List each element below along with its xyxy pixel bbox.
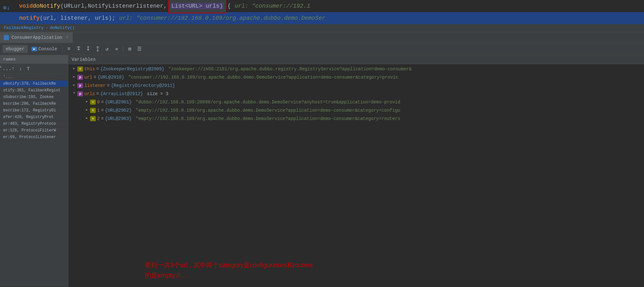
var-value-this: "zookeeper://zkOS:2181/org.apache.dubbo.…	[166, 66, 412, 72]
icon-urls: p	[77, 91, 83, 96]
debugger-toolbar: ebugger ▶ Console ≡ ↺ ✕ ⊞ ☰	[0, 43, 644, 55]
var-value-url-1: "empty://192.168.0.109/org.apache.dubbo.…	[133, 108, 400, 113]
frame-item-4[interactable]: bscribe:296, FailbackRe	[0, 101, 68, 107]
keyword-void: void	[19, 0, 33, 12]
expand-listener[interactable]	[71, 83, 77, 87]
var-name-url-0: 0	[97, 100, 100, 105]
frame-label-0: '...	[3, 75, 12, 79]
toolbar-separator-2	[123, 46, 123, 52]
var-size-urls: size = 3	[144, 91, 168, 96]
inline-comment-2: url: "consumer://192.168.0.109/org.apach…	[119, 12, 325, 24]
annotation-text: 看到一共3个url，其中两个category是configurators和rou…	[145, 260, 625, 280]
frame-item-2[interactable]: otify:361, FailbackRegist	[0, 87, 68, 94]
expand-url-0[interactable]	[84, 100, 90, 103]
step-out-button[interactable]	[93, 45, 102, 53]
var-row-urls[interactable]: p urls = {ArrayList@2912} size = 3	[68, 90, 644, 99]
breadcrumb-method[interactable]: doNotify()	[50, 25, 75, 30]
expand-url[interactable]	[71, 75, 77, 79]
frame-label-5: bscribe:172, RegistryDi	[3, 108, 56, 113]
frame-item-0[interactable]: '...	[0, 74, 68, 80]
frame-label-6: efer:426, RegistryProt	[3, 115, 53, 119]
var-value-url-2: "empty://192.168.0.109/org.apache.dubbo.…	[133, 116, 400, 121]
annotation-line-1: 看到一共3个url，其中两个category是configurators和rou…	[145, 260, 625, 270]
expand-url-2[interactable]	[84, 116, 90, 120]
frames-label: rames	[3, 57, 16, 62]
tab-label: ConsumerApplication	[11, 35, 62, 40]
console-tab[interactable]: ▶ Console	[28, 45, 60, 53]
var-type-url-1: {URL@2962}	[105, 108, 132, 113]
frames-panel-header: rames	[0, 55, 68, 64]
frame-item-1[interactable]: oNotify:370, FailbackRe	[0, 80, 68, 87]
frame-label-4: bscribe:296, FailbackRe	[3, 102, 56, 106]
code-line-2: notify ( url, listener, urls ); url: "co…	[0, 12, 644, 24]
watch-button[interactable]: ⊞	[125, 45, 134, 53]
inline-comment-1: url: "consumer://192.1	[234, 0, 310, 12]
variables-panel: Variables ≡ this = {ZookeeperRegistry@29…	[68, 55, 644, 287]
icon-url-1: ≡	[90, 108, 96, 113]
var-row-url-2[interactable]: ≡ 2 = {URL@2963} "empty://192.168.0.109/…	[68, 115, 644, 123]
frames-panel: rames '... ↑ ↓ ⊤ '... oNotify:370, Failb…	[0, 55, 68, 287]
icon-url-0: ≡	[90, 100, 96, 105]
tab-close-button[interactable]: ×	[66, 35, 68, 40]
var-type-listener: {RegistryDirectory@2911}	[111, 83, 175, 88]
frame-label-1: oNotify:370, FailbackRe	[3, 81, 56, 86]
frames-filter[interactable]: ⊤	[25, 65, 32, 72]
var-type-url-2: {URL@2963}	[105, 116, 132, 121]
var-name-url: url	[84, 75, 92, 80]
step-into-button[interactable]	[84, 45, 93, 53]
frame-label-9: er:69, ProtocolListener	[3, 135, 56, 139]
toolbar-separator-1	[62, 46, 63, 52]
frame-label-7: er:403, RegistryProtoco	[3, 122, 56, 126]
variable-tree: ≡ this = {ZookeeperRegistry@2909} "zooke…	[68, 64, 644, 254]
icon-listener: p	[77, 83, 83, 88]
frame-item-6[interactable]: efer:426, RegistryProt	[0, 114, 68, 121]
layout-button[interactable]: ☰	[135, 45, 144, 53]
var-name-this: this	[84, 66, 95, 72]
variables-header: Variables	[68, 55, 644, 64]
var-row-url[interactable]: p url = {URL@2910} "consumer://192.168.0…	[68, 74, 644, 82]
var-row-listener[interactable]: p listener = {RegistryDirectory@2911}	[68, 82, 644, 90]
frame-item-9[interactable]: er:69, ProtocolListener	[0, 134, 68, 141]
var-type-urls: {ArrayList@2912}	[100, 91, 143, 96]
console-icon: ▶	[32, 47, 37, 51]
icon-this: ≡	[77, 66, 83, 72]
frame-list: '... oNotify:370, FailbackRe otify:361, …	[0, 74, 68, 287]
var-row-this[interactable]: ≡ this = {ZookeeperRegistry@2909} "zooke…	[68, 66, 644, 74]
expand-url-1[interactable]	[84, 108, 90, 112]
var-value-url: "consumer://192.168.0.109/org.apache.dub…	[126, 75, 398, 80]
execution-indicator: ⊙↓	[3, 2, 10, 14]
frame-item-8[interactable]: er:128, ProtocolFilterW	[0, 127, 68, 134]
frame-label-8: er:128, ProtocolFilterW	[3, 128, 56, 133]
annotation-area: 看到一共3个url，其中两个category是configurators和rou…	[68, 254, 644, 287]
frames-dropdown[interactable]: '...	[2, 65, 9, 72]
var-name-url-2: 2	[97, 116, 100, 121]
breadcrumb-class[interactable]: FailbackRegistry	[4, 25, 44, 30]
frames-button[interactable]: ≡	[65, 45, 74, 53]
var-type-url: {URL@2910}	[98, 75, 124, 80]
expand-this[interactable]	[71, 66, 77, 70]
icon-url: p	[77, 75, 83, 80]
step-over-button[interactable]	[74, 45, 83, 53]
frames-down[interactable]: ↓	[17, 65, 24, 72]
var-row-url-0[interactable]: ≡ 0 = {URL@2961} "dubbo://192.168.0.109:…	[68, 99, 644, 107]
code-line-1: ⊙↓ void doNotify ( URL url, NotifyListen…	[0, 0, 644, 12]
frame-label-2: otify:361, FailbackRegist	[3, 88, 60, 93]
evaluate-button[interactable]: ✕	[112, 45, 121, 53]
frames-up[interactable]: ↑	[10, 65, 17, 72]
var-type-url-0: {URL@2961}	[105, 100, 132, 105]
var-row-url-1[interactable]: ≡ 1 = {URL@2962} "empty://192.168.0.109/…	[68, 107, 644, 115]
tab-consumer-application[interactable]: ConsumerApplication ×	[0, 32, 73, 43]
run-to-cursor-button[interactable]: ↺	[103, 45, 112, 53]
debugger-tab[interactable]: ebugger	[3, 45, 28, 53]
frame-item-5[interactable]: bscribe:172, RegistryDi	[0, 107, 68, 114]
method-name: doNotify	[33, 0, 60, 12]
frame-item-3[interactable]: oSubscribe:193, Zookee	[0, 94, 68, 101]
var-name-listener: listener	[84, 83, 106, 88]
var-name-urls: urls	[84, 91, 95, 96]
breadcrumb: FailbackRegistry › doNotify()	[0, 24, 644, 32]
expand-urls[interactable]	[71, 91, 77, 95]
frame-item-7[interactable]: er:403, RegistryProtoco	[0, 121, 68, 127]
tab-icon	[4, 35, 9, 40]
tab-bar: ConsumerApplication ×	[0, 32, 644, 43]
var-type-this: {ZookeeperRegistry@2909}	[100, 66, 164, 72]
